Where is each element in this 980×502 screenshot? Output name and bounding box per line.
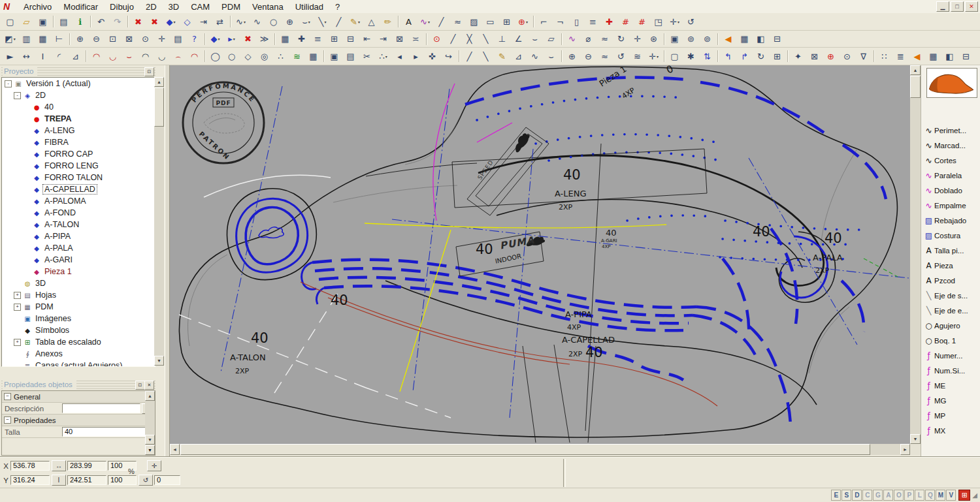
clipboard-copy-button[interactable]: ▣ — [666, 31, 683, 46]
tree-item-a-paloma[interactable]: ◆A-PALOMA — [2, 195, 155, 207]
select-mode-button[interactable]: ◩▾ — [2, 31, 18, 46]
sort-updown-button[interactable]: ⇅ — [699, 49, 715, 64]
horizontal-measure-icon[interactable]: ↔ — [52, 460, 66, 471]
y-coordinate-field[interactable]: 316.24 — [10, 475, 50, 485]
draw-arc-button[interactable]: ⌣▾ — [298, 14, 314, 29]
scroll-up-arrow[interactable]: ▲ — [910, 65, 921, 75]
tree-item-a-gari[interactable]: ◆A-GARI — [2, 254, 155, 266]
diameter-tool-button[interactable]: ⌀ — [580, 31, 596, 46]
next-item-button[interactable]: ▸ — [408, 49, 424, 64]
select-mode-dropdown-arrow[interactable]: ▾ — [14, 37, 16, 41]
edit-pencil-2-button[interactable]: ✏ — [380, 14, 396, 29]
tree-item-a-fond[interactable]: ◆A-FOND — [2, 207, 155, 219]
project-tree-scrollbar[interactable]: ▲ ▼ — [154, 77, 164, 366]
draw-curve-free-button[interactable]: ∿ — [249, 14, 265, 29]
measure-diagonal-button[interactable]: ╱ — [433, 14, 449, 29]
rotate-ccw-button[interactable]: ↺ — [683, 14, 699, 29]
snap-grid-button[interactable]: ▦ — [277, 31, 293, 46]
menu-cam[interactable]: CAM — [185, 1, 216, 12]
notch-wave-dropdown-arrow[interactable]: ▾ — [428, 20, 430, 24]
quick-letter-d[interactable]: D — [852, 490, 862, 501]
quick-letter-g[interactable]: G — [873, 490, 883, 501]
wave-tool-button[interactable]: ∿ — [527, 49, 543, 64]
target-circle-button[interactable]: ⊙ — [839, 49, 855, 64]
circle-small-button[interactable]: ○ — [223, 49, 240, 64]
tools-star-button[interactable]: ✱ — [683, 49, 699, 64]
text-tool-button[interactable]: A — [400, 14, 417, 29]
edit-pencil-dropdown-arrow[interactable]: ▾ — [358, 20, 360, 24]
menu-ventana[interactable]: Ventana — [246, 1, 289, 12]
quick-letter-o[interactable]: O — [894, 490, 904, 501]
keyboard-layout-indicator[interactable]: ⊞ — [958, 490, 970, 501]
add-plus-button[interactable]: ✚ — [601, 14, 617, 29]
collapse-box-button[interactable]: ⊟ — [769, 31, 785, 46]
scroll-left-arrow[interactable]: ◄ — [170, 444, 180, 455]
tool-item-boq-1[interactable]: ○Boq. 1 — [921, 333, 980, 348]
piece-next-button[interactable]: ◆▾ — [207, 31, 223, 46]
ruler-tool-button[interactable]: ⊢ — [51, 31, 67, 46]
wave-multi-button[interactable]: ≋ — [629, 49, 645, 64]
tree-item-2d[interactable]: -◈2D — [2, 89, 155, 101]
page-layout-button[interactable]: ▥ — [18, 31, 35, 46]
refresh-tool-button[interactable]: ↻ — [753, 49, 769, 64]
arrow-turn-right-button[interactable]: ↱ — [736, 49, 753, 64]
move-tool-button[interactable]: ✛ — [629, 31, 645, 46]
arc-tool-3-button[interactable]: ⌣ — [121, 49, 137, 64]
wave-edit-button[interactable]: ∿ — [564, 31, 580, 46]
delete-all-red-button[interactable]: ✖ — [146, 14, 163, 29]
pattern-grid-button[interactable]: ▦ — [736, 31, 753, 46]
target-add-button[interactable]: ⊕ — [823, 49, 839, 64]
perpendicular-line-button[interactable]: ⊥ — [494, 31, 510, 46]
tool-item-marcad[interactable]: ∿Marcad... — [921, 138, 980, 153]
expand-properties-arrow[interactable]: ▼ — [145, 445, 155, 455]
menu-archivo[interactable]: Archivo — [18, 1, 57, 12]
tree-item-anexos[interactable]: ∮Anexos — [2, 348, 155, 360]
draw-line-button[interactable]: ╲▾ — [314, 14, 331, 29]
menu-2d[interactable]: 2D — [140, 1, 163, 12]
print-manager-button[interactable]: ▤ — [56, 14, 72, 29]
tree-item-forro-leng[interactable]: ◆FORRO LENG — [2, 160, 155, 172]
expand-box[interactable]: + — [14, 304, 21, 311]
tool-item-mp[interactable]: ƒMP — [921, 408, 980, 423]
smooth-curve-button[interactable]: ≈ — [449, 14, 466, 29]
hash-red-2-button[interactable]: # — [634, 14, 650, 29]
delete-box-button[interactable]: ⊠ — [391, 31, 408, 46]
menu-utilidad[interactable]: Utilidad — [289, 1, 329, 12]
new-document-button[interactable]: ▢ — [2, 14, 18, 29]
swap-entities-button[interactable]: ⇄ — [212, 14, 228, 29]
star-point-button[interactable]: ✦ — [790, 49, 806, 64]
last-preview[interactable] — [926, 68, 977, 98]
tree-item-a-leng[interactable]: ◆A-LENG — [2, 125, 155, 136]
pencil-tool-button[interactable]: ✎ — [494, 49, 510, 64]
arc-tool-5-button[interactable]: ◡ — [154, 49, 170, 64]
notch-wave-button[interactable]: ∿▾ — [417, 14, 433, 29]
tool-item-me[interactable]: ƒME — [921, 378, 980, 393]
diagonal-line-2-button[interactable]: ╲ — [478, 31, 494, 46]
tree-item-versi-n-1-actual[interactable]: -▣Versión 1 (Actual) — [2, 78, 155, 89]
zoom-out-button[interactable]: ⊖ — [88, 31, 105, 46]
diagonal-line-button[interactable]: ╱ — [445, 31, 461, 46]
rotation-field[interactable]: 0 — [154, 475, 180, 485]
rotate-icon[interactable]: ↺ — [139, 475, 153, 486]
diamond-tool-button[interactable]: ◇ — [240, 49, 256, 64]
tree-item-a-talon[interactable]: ◆A-TALON — [2, 219, 155, 230]
shade-top-button[interactable]: ◧ — [941, 49, 958, 64]
align-right-button[interactable]: ⇥ — [375, 31, 391, 46]
panel-view-button[interactable]: ▯ — [568, 14, 585, 29]
tool-item-doblado[interactable]: ∿Doblado — [921, 183, 980, 198]
tool-item-pieza[interactable]: APieza — [921, 258, 980, 273]
tool-item-perimet[interactable]: ∿Perimet... — [921, 123, 980, 138]
scroll-up-arrow[interactable]: ▲ — [145, 391, 155, 401]
canvas-horizontal-scrollbar[interactable]: ◄ ► — [170, 444, 910, 455]
tree-item-forro-talon[interactable]: ◆FORRO TALON — [2, 172, 155, 183]
hatch-green-button[interactable]: ≋ — [289, 49, 305, 64]
select-diamond-dropdown-arrow[interactable]: ▾ — [173, 20, 175, 24]
tangent-arc-button[interactable]: ⌣ — [527, 31, 543, 46]
add-point-button[interactable]: ⊕ — [564, 49, 580, 64]
menu-[interactable]: ? — [329, 1, 346, 12]
minimize-box-button[interactable]: ⊟ — [958, 49, 974, 64]
collapse-box[interactable]: - — [14, 92, 21, 99]
quick-letter-a[interactable]: A — [883, 490, 893, 501]
copy-frame-button[interactable]: ▢ — [666, 49, 683, 64]
quick-letter-s[interactable]: S — [841, 490, 851, 501]
